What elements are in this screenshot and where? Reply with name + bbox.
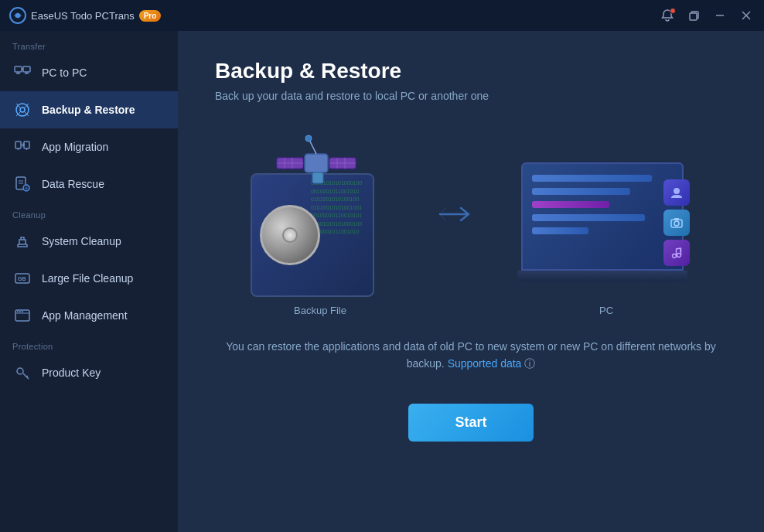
illustration-row: 0100101010100010000100010110010100101001… [215,127,727,316]
svg-point-29 [19,311,21,312]
svg-text:GB: GB [18,276,26,281]
titlebar-controls [656,5,758,26]
sidebar-item-backup-restore[interactable]: Backup & Restore [0,91,178,128]
notification-badge [670,8,676,14]
product-key-icon [12,363,32,383]
svg-rect-48 [674,218,679,220]
section-cleanup-label: Cleanup [0,203,178,223]
restore-icon [688,10,699,21]
svg-rect-43 [312,172,323,183]
page-title: Backup & Restore [215,59,727,84]
sidebar-item-large-file-cleanup-label: Large File Cleanup [42,272,133,285]
sidebar-item-pc-to-pc[interactable]: PC to PC [0,54,178,91]
sidebar-item-app-migration[interactable]: App Migration [0,128,178,165]
svg-rect-6 [15,66,22,72]
laptop-screen [521,162,684,271]
svg-point-13 [20,107,25,112]
laptop-base [517,271,687,281]
notification-button[interactable] [656,5,679,26]
pro-badge: Pro [139,10,162,22]
sidebar-item-app-management[interactable]: App Management [0,297,178,334]
minimize-button[interactable] [708,5,732,26]
sidebar-item-product-key-label: Product Key [42,367,101,379]
section-protection-label: Protection [0,334,178,354]
svg-point-1 [15,13,20,18]
svg-rect-32 [305,154,328,172]
sidebar-item-product-key[interactable]: Product Key [0,354,178,391]
laptop-graphic [521,162,684,281]
disc-graphic [260,205,320,265]
satellite-graphic [274,127,359,204]
backup-file-illustration: 0100101010100010000100010110010100101001… [251,127,390,316]
backup-restore-icon [12,100,32,120]
svg-rect-2 [690,13,697,20]
sidebar-item-app-migration-label: App Migration [42,141,108,153]
section-transfer-label: Transfer [0,34,178,54]
app-management-icon [12,305,32,326]
app-icons-column [663,179,690,266]
minimize-icon [715,10,725,21]
svg-rect-14 [15,142,21,148]
app-icon-camera [663,210,690,236]
sidebar-item-system-cleanup-label: System Cleanup [42,235,121,247]
supported-data-link[interactable]: Supported data [448,357,522,370]
svg-point-42 [305,135,312,142]
pc-illustration: PC [521,127,691,316]
sidebar-item-large-file-cleanup[interactable]: GB Large File Cleanup [0,260,178,297]
start-button[interactable]: Start [408,404,533,442]
sidebar: Transfer PC to PC [0,31,178,532]
system-cleanup-icon [12,231,32,251]
data-rescue-icon: + [12,174,32,194]
svg-rect-9 [23,66,30,72]
pc-to-pc-icon [12,63,32,83]
page-subtitle: Back up your data and restore to local P… [215,90,727,102]
sidebar-item-data-rescue[interactable]: + Data Rescue [0,165,178,203]
app-icon-user [663,179,690,206]
svg-point-31 [17,368,23,374]
svg-point-28 [17,311,19,312]
sidebar-item-backup-restore-label: Backup & Restore [42,104,135,116]
pc-label: PC [599,305,613,316]
sidebar-item-app-management-label: App Management [42,309,128,322]
close-icon [741,10,752,21]
transfer-arrow [436,203,475,226]
app-icon-music [663,240,690,266]
info-text: You can restore the applications and dat… [215,338,727,373]
app-migration-icon [12,137,32,157]
main-layout: Transfer PC to PC [0,31,764,532]
backup-file-label: Backup File [294,305,346,316]
start-button-wrapper: Start [215,404,727,442]
sidebar-item-pc-to-pc-label: PC to PC [42,66,87,79]
app-name-text: EaseUS Todo PCTrans [31,10,135,22]
sidebar-item-data-rescue-label: Data Rescue [42,178,104,190]
restore-button[interactable] [682,5,705,26]
svg-point-30 [22,311,23,312]
close-button[interactable] [735,5,758,26]
titlebar: EaseUS Todo PCTrans Pro [0,0,764,31]
svg-point-45 [674,188,680,194]
titlebar-left: EaseUS Todo PCTrans Pro [9,7,161,24]
sidebar-item-system-cleanup[interactable]: System Cleanup [0,223,178,260]
large-file-cleanup-icon: GB [12,268,32,288]
app-logo: EaseUS Todo PCTrans Pro [9,7,161,24]
svg-point-47 [674,221,679,226]
content-area: Backup & Restore Back up your data and r… [178,31,764,532]
app-logo-icon [9,7,26,24]
svg-text:+: + [25,186,28,191]
